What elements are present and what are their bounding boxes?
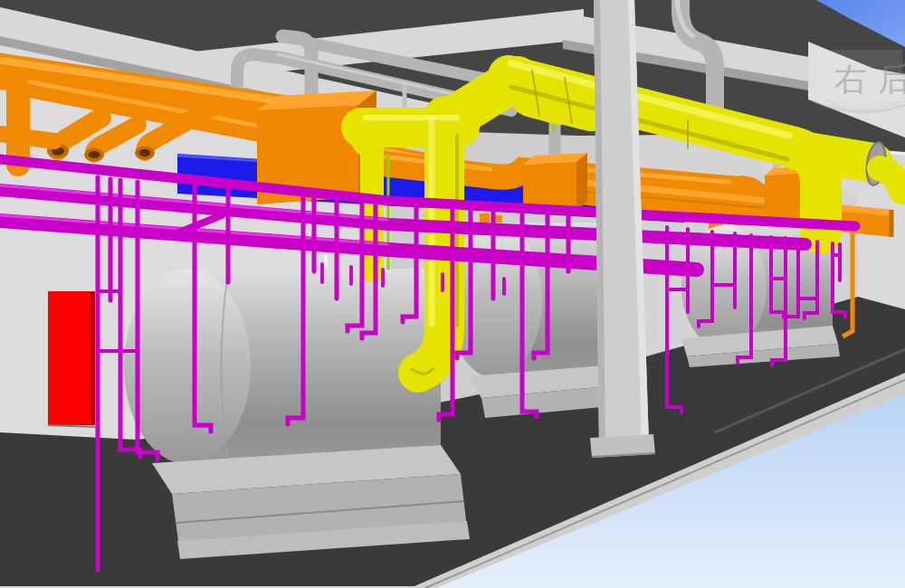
red-door[interactable] bbox=[48, 291, 97, 427]
model-viewport[interactable]: 右后 bbox=[0, 0, 905, 588]
view-cube-label: 右后 bbox=[834, 61, 905, 98]
